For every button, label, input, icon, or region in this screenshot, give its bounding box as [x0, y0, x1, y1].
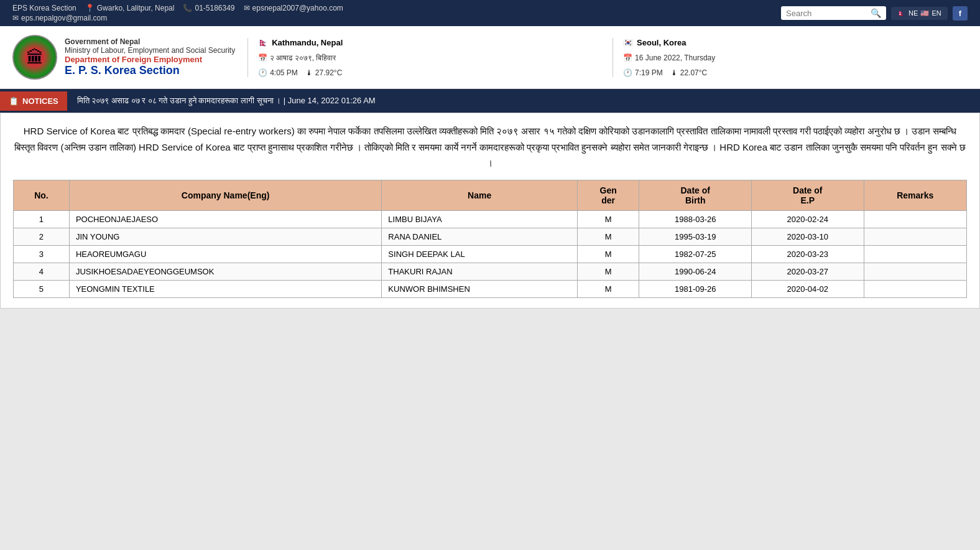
header-area: 🏛 Government of Nepal Ministry of Labour…	[0, 26, 980, 89]
cell-no: 5	[14, 280, 70, 297]
notices-text: मिति २०७९ असाढ ०७ र ०८ गते उडान हुने काम…	[67, 91, 980, 111]
seoul-time: 🕐 7:19 PM	[623, 68, 663, 77]
table-row: 4 JUSIKHOESADAEYEONGGEUMSOK THAKURI RAJA…	[14, 263, 967, 280]
seoul-date: 📅 16 June 2022, Thursday	[623, 54, 715, 62]
col-name: Name	[382, 180, 578, 210]
notice-body: HRD Service of Korea बाट प्रतिबद्ध कामदा…	[13, 123, 967, 171]
table-row: 5 YEONGMIN TEXTILE KUNWOR BHIMSHEN M 198…	[14, 280, 967, 297]
cell-dob: 1982-07-25	[639, 245, 752, 263]
ktm-time: 🕐 4:05 PM	[258, 68, 298, 77]
cell-dep: 2020-03-27	[752, 263, 864, 280]
col-dob: Date ofBirth	[639, 180, 752, 210]
cell-remarks	[864, 280, 966, 297]
cell-dep: 2020-04-02	[752, 280, 864, 297]
ktm-date-row: 📅 २ आषाढ २०७९, बिहिवार	[258, 54, 603, 62]
location-info: 📍 Gwarko, Lalitpur, Nepal	[85, 4, 175, 12]
cell-name: LIMBU BIJAYA	[382, 210, 578, 228]
cell-company: JIN YOUNG	[69, 228, 381, 245]
table-row: 1 POCHEONJAEJAESO LIMBU BIJAYA M 1988-03…	[14, 210, 967, 228]
cell-dob: 1990-06-24	[639, 263, 752, 280]
search-icon[interactable]: 🔍	[871, 8, 881, 18]
cell-remarks	[864, 263, 966, 280]
col-remarks: Remarks	[864, 180, 966, 210]
cell-dob: 1981-09-26	[639, 280, 752, 297]
phone-info: 📞 01-5186349	[183, 4, 234, 12]
col-no: No.	[14, 180, 70, 210]
seoul-weather-row: 🕐 7:19 PM 🌡 22.07°C	[623, 68, 968, 77]
cell-name: RANA DANIEL	[382, 228, 578, 245]
ktm-location: 🇳🇵 Kathmandu, Nepal	[258, 38, 603, 47]
seoul-location: 🇰🇷 Seoul, Korea	[623, 38, 968, 47]
cell-no: 3	[14, 245, 70, 263]
thermo-icon: 🌡	[305, 68, 313, 77]
cell-company: JUSIKHOESADAEYEONGGEUMSOK	[69, 263, 381, 280]
cell-dob: 1995-03-19	[639, 228, 752, 245]
col-dep: Date ofE.P	[752, 180, 864, 210]
header-info: 🇳🇵 Kathmandu, Nepal 📅 २ आषाढ २०७९, बिहिव…	[247, 35, 968, 80]
workers-table: No. Company Name(Eng) Name Gender Date o…	[13, 180, 967, 298]
notices-bar: 📋 NOTICES मिति २०७९ असाढ ०७ र ०८ गते उडा…	[0, 89, 980, 113]
cell-dep: 2020-02-24	[752, 210, 864, 228]
clock-icon-2: 🕐	[623, 68, 632, 77]
table-header-row: No. Company Name(Eng) Name Gender Date o…	[14, 180, 967, 210]
calendar-icon-2: 📅	[623, 54, 632, 62]
location-icon: 📍	[85, 4, 95, 12]
search-input[interactable]	[786, 9, 867, 18]
cell-gender: M	[577, 228, 639, 245]
cell-gender: M	[577, 280, 639, 297]
main-content: HRD Service of Korea बाट प्रतिबद्ध कामदा…	[0, 113, 980, 309]
cell-gender: M	[577, 263, 639, 280]
cell-name: SINGH DEEPAK LAL	[382, 245, 578, 263]
header-text: Government of Nepal Ministry of Labour, …	[65, 37, 235, 77]
ministry-name: Ministry of Labour, Employment and Socia…	[65, 46, 235, 55]
kathmandu-col: 🇳🇵 Kathmandu, Nepal 📅 २ आषाढ २०७९, बिहिव…	[247, 38, 603, 77]
cell-remarks	[864, 228, 966, 245]
cell-name: THAKURI RAJAN	[382, 263, 578, 280]
header-logo: 🏛 Government of Nepal Ministry of Labour…	[12, 35, 235, 80]
cell-gender: M	[577, 245, 639, 263]
cell-no: 1	[14, 210, 70, 228]
notices-label: 📋 NOTICES	[0, 91, 67, 111]
table-row: 2 JIN YOUNG RANA DANIEL M 1995-03-19 202…	[14, 228, 967, 245]
cell-company: POCHEONJAEJAESO	[69, 210, 381, 228]
email1-info: ✉ epsnepal2007@yahoo.com	[244, 4, 343, 12]
nepal-flag: 🇳🇵	[897, 9, 906, 17]
search-box[interactable]: 🔍	[781, 6, 886, 20]
lang-ne-label[interactable]: NE	[908, 9, 918, 17]
email-icon: ✉	[244, 4, 250, 12]
col-company: Company Name(Eng)	[69, 180, 381, 210]
dept-name: Department of Foreign Employment	[65, 55, 235, 64]
col-gender: Gender	[577, 180, 639, 210]
top-bar-right: 🔍 🇳🇵 NE 🇺🇸 EN f	[781, 6, 968, 21]
email2-info: ✉ eps.nepalgov@gmail.com	[12, 14, 107, 22]
seoul-col: 🇰🇷 Seoul, Korea 📅 16 June 2022, Thursday…	[612, 38, 968, 77]
cell-remarks	[864, 210, 966, 228]
phone-icon: 📞	[183, 4, 192, 12]
us-flag: 🇺🇸	[920, 9, 929, 17]
section-label: EPS Korea Section	[12, 4, 76, 12]
korea-flag-header: 🇰🇷	[623, 38, 633, 47]
table-row: 3 HEAOREUMGAGU SINGH DEEPAK LAL M 1982-0…	[14, 245, 967, 263]
govt-name: Government of Nepal	[65, 37, 235, 46]
facebook-button[interactable]: f	[953, 6, 968, 21]
cell-gender: M	[577, 210, 639, 228]
ktm-weather-row: 🕐 4:05 PM 🌡 27.92°C	[258, 68, 603, 77]
thermo-icon-2: 🌡	[670, 68, 678, 77]
calendar-icon: 📅	[258, 54, 267, 62]
cell-no: 2	[14, 228, 70, 245]
lang-en-label[interactable]: EN	[931, 9, 941, 17]
govt-logo: 🏛	[12, 35, 57, 80]
language-switcher[interactable]: 🇳🇵 NE 🇺🇸 EN	[891, 7, 948, 20]
email2-icon: ✉	[12, 14, 19, 22]
cell-no: 4	[14, 263, 70, 280]
cell-dob: 1988-03-26	[639, 210, 752, 228]
cell-dep: 2020-03-23	[752, 245, 864, 263]
cell-dep: 2020-03-10	[752, 228, 864, 245]
nepal-flag-header: 🇳🇵	[258, 38, 268, 47]
contact-info: EPS Korea Section 📍 Gwarko, Lalitpur, Ne…	[12, 4, 343, 22]
seoul-date-row: 📅 16 June 2022, Thursday	[623, 54, 968, 62]
seoul-temp: 🌡 22.07°C	[670, 68, 708, 77]
ktm-temp: 🌡 27.92°C	[305, 68, 343, 77]
cell-company: YEONGMIN TEXTILE	[69, 280, 381, 297]
cell-remarks	[864, 245, 966, 263]
